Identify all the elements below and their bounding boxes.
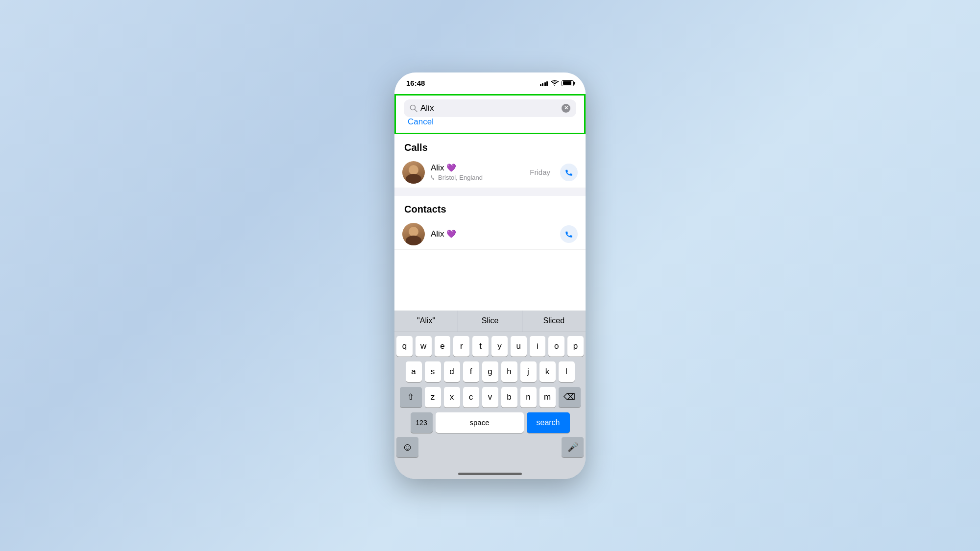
shift-key[interactable]: ⇧ bbox=[400, 387, 422, 407]
key-n[interactable]: n bbox=[520, 387, 537, 407]
contacts-section-header: Contacts bbox=[394, 196, 586, 219]
contact-name: Alix 💜 bbox=[431, 229, 554, 239]
keyboard-suggestions: "Alix" Slice Sliced bbox=[394, 311, 586, 332]
key-z[interactable]: z bbox=[425, 387, 441, 407]
key-row-3: ⇧ z x c v b n m ⌫ bbox=[396, 387, 584, 407]
signal-icon bbox=[540, 80, 548, 86]
delete-key[interactable]: ⌫ bbox=[559, 387, 581, 407]
clear-search-button[interactable]: ✕ bbox=[562, 104, 570, 113]
call-button[interactable] bbox=[560, 164, 578, 181]
emoji-mic-row: ☺ 🎤 bbox=[394, 437, 586, 457]
avatar bbox=[402, 161, 425, 184]
mic-key[interactable]: 🎤 bbox=[562, 437, 584, 457]
key-t[interactable]: t bbox=[472, 336, 489, 357]
home-indicator bbox=[458, 473, 522, 475]
search-bar[interactable]: ✕ bbox=[404, 99, 576, 117]
key-u[interactable]: u bbox=[511, 336, 527, 357]
search-icon bbox=[410, 104, 417, 112]
key-row-1: q w e r t y u i o p bbox=[396, 336, 584, 357]
suggestion-item[interactable]: Slice bbox=[458, 311, 522, 332]
suggestion-item[interactable]: Sliced bbox=[522, 311, 586, 332]
key-s[interactable]: s bbox=[425, 361, 441, 382]
search-input[interactable] bbox=[420, 103, 558, 113]
contact-name: Alix 💜 bbox=[431, 163, 524, 173]
key-m[interactable]: m bbox=[539, 387, 556, 407]
emoji-key[interactable]: ☺ bbox=[396, 437, 418, 457]
contact-info: Alix 💜 bbox=[431, 229, 554, 239]
key-x[interactable]: x bbox=[444, 387, 460, 407]
call-time: Friday bbox=[530, 168, 550, 176]
key-v[interactable]: v bbox=[482, 387, 498, 407]
table-row[interactable]: Alix 💜 bbox=[394, 219, 586, 250]
phone-icon bbox=[564, 230, 573, 239]
calls-section-header: Calls bbox=[394, 134, 586, 157]
wifi-icon bbox=[551, 80, 559, 86]
key-e[interactable]: e bbox=[435, 336, 451, 357]
keyboard: "Alix" Slice Sliced q w e r t y u i o p … bbox=[394, 311, 586, 479]
key-f[interactable]: f bbox=[463, 361, 479, 382]
phone-small-icon bbox=[431, 175, 436, 180]
suggestion-item[interactable]: "Alix" bbox=[394, 311, 458, 332]
key-row-2: a s d f g h j k l bbox=[396, 361, 584, 382]
results-area: Calls Alix 💜 Bristol, England Friday bbox=[394, 134, 586, 311]
phone-icon bbox=[564, 168, 573, 177]
avatar bbox=[402, 223, 425, 245]
svg-line-1 bbox=[415, 109, 417, 112]
heart-emoji: 💜 bbox=[446, 230, 456, 238]
home-indicator-row bbox=[394, 462, 586, 479]
key-i[interactable]: i bbox=[530, 336, 546, 357]
search-input-wrapper bbox=[410, 103, 558, 113]
search-bar-container: ✕ Cancel bbox=[394, 94, 586, 134]
heart-emoji: 💜 bbox=[446, 164, 456, 172]
table-row[interactable]: Alix 💜 Bristol, England Friday bbox=[394, 157, 586, 188]
status-icons bbox=[540, 80, 574, 86]
key-r[interactable]: r bbox=[453, 336, 469, 357]
key-b[interactable]: b bbox=[501, 387, 517, 407]
key-g[interactable]: g bbox=[482, 361, 498, 382]
call-button[interactable] bbox=[560, 225, 578, 243]
key-y[interactable]: y bbox=[491, 336, 508, 357]
key-c[interactable]: c bbox=[463, 387, 479, 407]
key-p[interactable]: p bbox=[567, 336, 584, 357]
phone-frame: 16:48 bbox=[394, 72, 586, 479]
key-d[interactable]: d bbox=[444, 361, 460, 382]
contact-sub: Bristol, England bbox=[431, 174, 524, 181]
key-l[interactable]: l bbox=[559, 361, 575, 382]
cancel-button[interactable]: Cancel bbox=[404, 117, 434, 127]
key-h[interactable]: h bbox=[501, 361, 517, 382]
status-time: 16:48 bbox=[406, 79, 425, 87]
key-k[interactable]: k bbox=[539, 361, 556, 382]
key-j[interactable]: j bbox=[520, 361, 537, 382]
key-w[interactable]: w bbox=[416, 336, 432, 357]
keyboard-keys: q w e r t y u i o p a s d f g h j k bbox=[394, 332, 586, 437]
search-button[interactable]: search bbox=[527, 412, 570, 433]
key-q[interactable]: q bbox=[396, 336, 413, 357]
key-a[interactable]: a bbox=[406, 361, 422, 382]
status-bar: 16:48 bbox=[394, 72, 586, 94]
contact-info: Alix 💜 Bristol, England bbox=[431, 163, 524, 181]
bottom-row: 123 space search bbox=[396, 412, 584, 433]
numbers-key[interactable]: 123 bbox=[411, 412, 433, 433]
key-o[interactable]: o bbox=[548, 336, 564, 357]
space-key[interactable]: space bbox=[436, 412, 524, 433]
battery-icon bbox=[562, 80, 574, 86]
